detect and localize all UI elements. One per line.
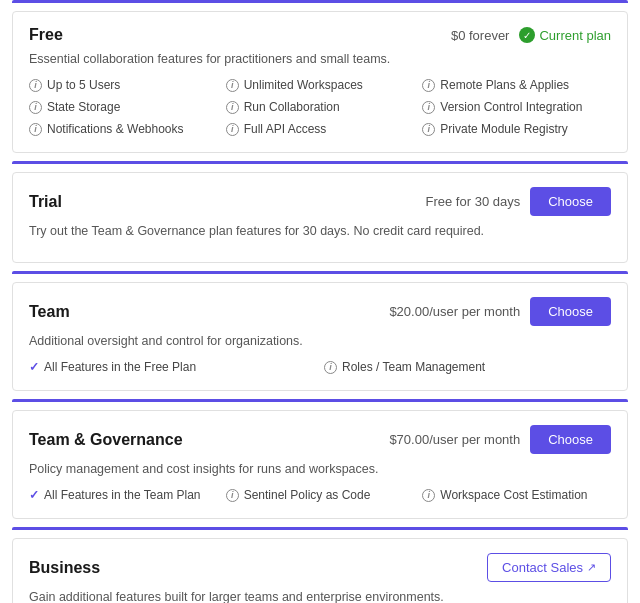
team-plan-divider	[12, 271, 628, 274]
team-gov-plan-section: Team & Governance $70.00/user per month …	[12, 410, 628, 519]
feature-label: State Storage	[47, 100, 120, 114]
free-plan-desc: Essential collaboration features for pra…	[29, 52, 611, 66]
team-plan-header-right: $20.00/user per month Choose	[389, 297, 611, 326]
list-item: ✓ All Features in the Free Plan	[29, 358, 316, 376]
team-plan-header: Team $20.00/user per month Choose	[29, 297, 611, 326]
feature-label: Up to 5 Users	[47, 78, 120, 92]
feature-label: Sentinel Policy as Code	[244, 488, 371, 502]
free-plan-divider	[12, 0, 628, 3]
info-icon: i	[422, 489, 435, 502]
team-plan-section: Team $20.00/user per month Choose Additi…	[12, 282, 628, 391]
team-gov-plan-header: Team & Governance $70.00/user per month …	[29, 425, 611, 454]
feature-label: All Features in the Free Plan	[44, 360, 196, 374]
list-item: i Remote Plans & Applies	[422, 76, 611, 94]
trial-plan-desc: Try out the Team & Governance plan featu…	[29, 224, 611, 238]
list-item: ✓ All Features in the Team Plan	[29, 486, 218, 504]
list-item: i Version Control Integration	[422, 98, 611, 116]
team-gov-choose-button[interactable]: Choose	[530, 425, 611, 454]
list-item: i Private Module Registry	[422, 120, 611, 138]
team-plan-features: ✓ All Features in the Free Plan i Roles …	[29, 358, 611, 376]
info-icon: i	[226, 123, 239, 136]
trial-plan-price: Free for 30 days	[426, 194, 521, 209]
team-plan-desc: Additional oversight and control for org…	[29, 334, 611, 348]
business-plan-desc: Gain additional features built for large…	[29, 590, 611, 603]
feature-label: Full API Access	[244, 122, 327, 136]
info-icon: i	[226, 79, 239, 92]
feature-label: Roles / Team Management	[342, 360, 485, 374]
info-icon: i	[226, 489, 239, 502]
contact-sales-button[interactable]: Contact Sales ↗	[487, 553, 611, 582]
feature-label: All Features in the Team Plan	[44, 488, 201, 502]
team-gov-plan-price: $70.00/user per month	[389, 432, 520, 447]
info-icon: i	[226, 101, 239, 114]
info-icon: i	[29, 101, 42, 114]
info-icon: i	[422, 123, 435, 136]
info-icon: i	[29, 79, 42, 92]
list-item: i Full API Access	[226, 120, 415, 138]
current-plan-label: Current plan	[539, 28, 611, 43]
free-plan-price: $0 forever	[451, 28, 510, 43]
info-icon: i	[422, 101, 435, 114]
info-icon: i	[324, 361, 337, 374]
feature-label: Version Control Integration	[440, 100, 582, 114]
list-item: i Up to 5 Users	[29, 76, 218, 94]
business-plan-header-right: Contact Sales ↗	[487, 553, 611, 582]
check-icon: ✓	[29, 360, 39, 374]
free-plan-features: i Up to 5 Users i Unlimited Workspaces i…	[29, 76, 611, 138]
team-plan-title: Team	[29, 303, 70, 321]
free-plan-title: Free	[29, 26, 63, 44]
list-item: i Sentinel Policy as Code	[226, 486, 415, 504]
trial-plan-section: Trial Free for 30 days Choose Try out th…	[12, 172, 628, 263]
external-link-icon: ↗	[587, 561, 596, 574]
feature-label: Remote Plans & Applies	[440, 78, 569, 92]
business-plan-title: Business	[29, 559, 100, 577]
free-plan-section: Free $0 forever ✓ Current plan Essential…	[12, 11, 628, 153]
trial-plan-header: Trial Free for 30 days Choose	[29, 187, 611, 216]
trial-plan-header-right: Free for 30 days Choose	[426, 187, 611, 216]
list-item: i Workspace Cost Estimation	[422, 486, 611, 504]
team-gov-plan-divider	[12, 399, 628, 402]
free-plan-header: Free $0 forever ✓ Current plan	[29, 26, 611, 44]
feature-label: Unlimited Workspaces	[244, 78, 363, 92]
list-item: i Notifications & Webhooks	[29, 120, 218, 138]
feature-label: Workspace Cost Estimation	[440, 488, 587, 502]
team-gov-plan-features: ✓ All Features in the Team Plan i Sentin…	[29, 486, 611, 504]
list-item: i State Storage	[29, 98, 218, 116]
trial-choose-button[interactable]: Choose	[530, 187, 611, 216]
info-icon: i	[29, 123, 42, 136]
check-icon: ✓	[29, 488, 39, 502]
feature-label: Run Collaboration	[244, 100, 340, 114]
team-choose-button[interactable]: Choose	[530, 297, 611, 326]
info-icon: i	[422, 79, 435, 92]
check-circle-icon: ✓	[519, 27, 535, 43]
business-plan-divider	[12, 527, 628, 530]
trial-plan-title: Trial	[29, 193, 62, 211]
team-gov-plan-title: Team & Governance	[29, 431, 183, 449]
team-gov-plan-header-right: $70.00/user per month Choose	[389, 425, 611, 454]
feature-label: Private Module Registry	[440, 122, 567, 136]
team-gov-plan-desc: Policy management and cost insights for …	[29, 462, 611, 476]
list-item: i Roles / Team Management	[324, 358, 611, 376]
free-plan-header-right: $0 forever ✓ Current plan	[451, 27, 611, 43]
team-plan-price: $20.00/user per month	[389, 304, 520, 319]
business-plan-section: Business Contact Sales ↗ Gain additional…	[12, 538, 628, 603]
trial-plan-divider	[12, 161, 628, 164]
list-item: i Run Collaboration	[226, 98, 415, 116]
feature-label: Notifications & Webhooks	[47, 122, 184, 136]
contact-sales-label: Contact Sales	[502, 560, 583, 575]
list-item: i Unlimited Workspaces	[226, 76, 415, 94]
business-plan-header: Business Contact Sales ↗	[29, 553, 611, 582]
current-plan-badge: ✓ Current plan	[519, 27, 611, 43]
